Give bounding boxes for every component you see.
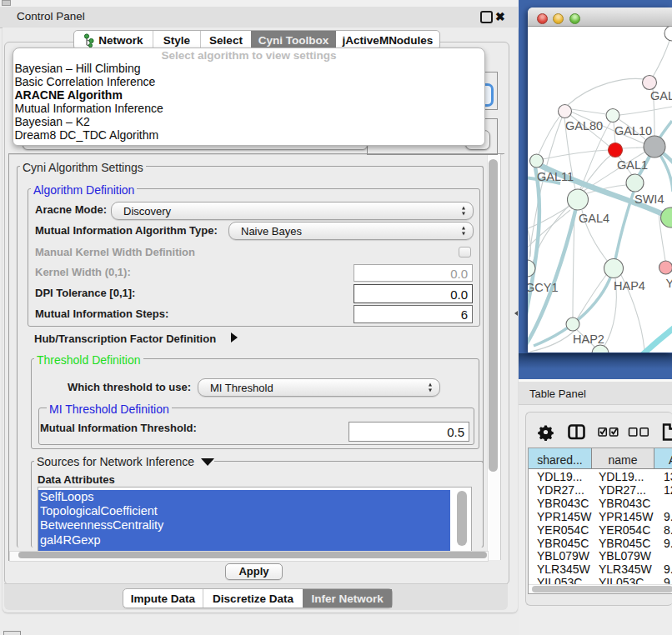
svg-text:GAL4: GAL4: [579, 212, 609, 225]
svg-text:GAL1: GAL1: [617, 158, 648, 172]
svg-text:GAL7: GAL7: [650, 89, 672, 102]
svg-text:GAL80: GAL80: [565, 119, 603, 132]
svg-text:SWI4: SWI4: [634, 192, 664, 206]
svg-text:GAL11: GAL11: [537, 170, 574, 183]
svg-text:GAL10: GAL10: [614, 124, 652, 138]
svg-text:YM: YM: [666, 277, 672, 290]
svg-text:HAP2: HAP2: [573, 332, 604, 346]
svg-text:HAP4: HAP4: [614, 279, 645, 292]
svg-text:GCY1: GCY1: [528, 281, 559, 294]
